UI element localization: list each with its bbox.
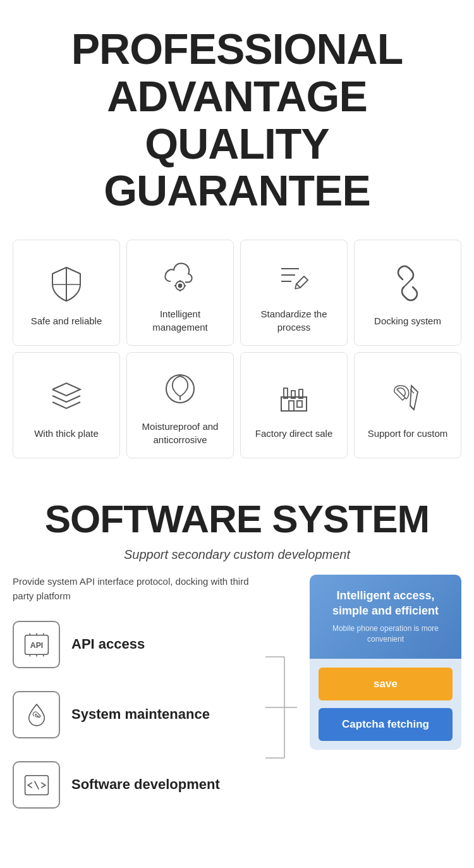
software-item-maintenance-label: System maintenance xyxy=(71,706,210,724)
link-icon xyxy=(386,261,430,305)
page-title: PROFESSIONAL ADVANTAGE QUALITY GUARANTEE xyxy=(13,25,461,214)
software-item-dev-label: Software development xyxy=(71,776,220,794)
feature-label-intelligent: Intelligent management xyxy=(133,307,227,334)
software-item-maintenance: System maintenance xyxy=(13,691,253,738)
svg-line-11 xyxy=(403,278,413,288)
header-section: PROFESSIONAL ADVANTAGE QUALITY GUARANTEE xyxy=(0,0,474,233)
feature-label-docking: Docking system xyxy=(374,314,441,327)
edit-lines-icon xyxy=(272,254,316,298)
software-right-panel: Intelligent access, simple and efficient… xyxy=(310,575,461,749)
layers-icon xyxy=(44,374,88,418)
svg-rect-15 xyxy=(289,401,294,411)
feature-section: Safe and reliable Intelligent management xyxy=(0,233,474,477)
feature-card-intelligent: Intelligent management xyxy=(126,240,234,346)
software-item-api-label: API access xyxy=(71,635,145,654)
feature-card-thick-plate: With thick plate xyxy=(13,352,120,458)
software-item-api: API API access xyxy=(13,621,253,668)
software-title: SOFTWARE SYSTEM xyxy=(13,496,461,541)
feature-label-safe-reliable: Safe and reliable xyxy=(31,314,102,327)
feature-row-2: With thick plate Moistureproof and antic… xyxy=(13,352,461,458)
shield-icon xyxy=(44,261,88,305)
panel-top: Intelligent access, simple and efficient… xyxy=(310,575,461,658)
save-button[interactable]: save xyxy=(319,668,453,700)
svg-line-20 xyxy=(410,406,414,410)
captcha-button[interactable]: Captcha fetching xyxy=(319,708,453,741)
factory-icon xyxy=(272,374,316,418)
feature-row-1: Safe and reliable Intelligent management xyxy=(13,240,461,346)
feature-card-docking: Docking system xyxy=(354,240,461,346)
software-body: Provide system API interface protocol, d… xyxy=(13,575,461,831)
software-left: Provide system API interface protocol, d… xyxy=(13,575,253,831)
panel-title: Intelligent access, simple and efficient xyxy=(321,589,450,618)
feature-card-custom: Support for custom xyxy=(354,352,461,458)
feature-label-moistureproof: Moistureproof and anticorrosive xyxy=(133,420,227,446)
droplet-wrench-icon xyxy=(13,691,60,738)
software-subtitle: Support secondary custom development xyxy=(13,547,461,562)
leaf-circle-icon xyxy=(158,367,202,411)
feature-label-custom: Support for custom xyxy=(368,427,448,440)
software-desc: Provide system API interface protocol, d… xyxy=(13,575,253,603)
svg-line-31 xyxy=(34,781,38,789)
feature-card-factory: Factory direct sale xyxy=(240,352,348,458)
feature-card-standardize: Standardize the process xyxy=(240,240,348,346)
svg-rect-16 xyxy=(297,401,302,407)
svg-point-1 xyxy=(179,284,182,288)
feature-label-standardize: Standardize the process xyxy=(247,307,341,334)
software-item-dev: Software development xyxy=(13,761,253,809)
code-icon xyxy=(13,761,60,809)
cloud-settings-icon xyxy=(158,254,202,298)
feature-card-moistureproof: Moistureproof and anticorrosive xyxy=(126,352,234,458)
tools-icon xyxy=(386,374,430,418)
panel-subtitle: Mobile phone operation is more convenien… xyxy=(321,623,450,645)
connector-bracket xyxy=(265,575,297,783)
feature-label-factory: Factory direct sale xyxy=(255,427,333,440)
panel-buttons: save Captcha fetching xyxy=(310,659,461,750)
software-panel: Intelligent access, simple and efficient… xyxy=(310,575,461,749)
software-section: SOFTWARE SYSTEM Support secondary custom… xyxy=(0,477,474,844)
feature-label-thick-plate: With thick plate xyxy=(34,427,99,440)
svg-text:API: API xyxy=(30,640,42,649)
api-icon: API xyxy=(13,621,60,668)
feature-card-safe-reliable: Safe and reliable xyxy=(13,240,120,346)
